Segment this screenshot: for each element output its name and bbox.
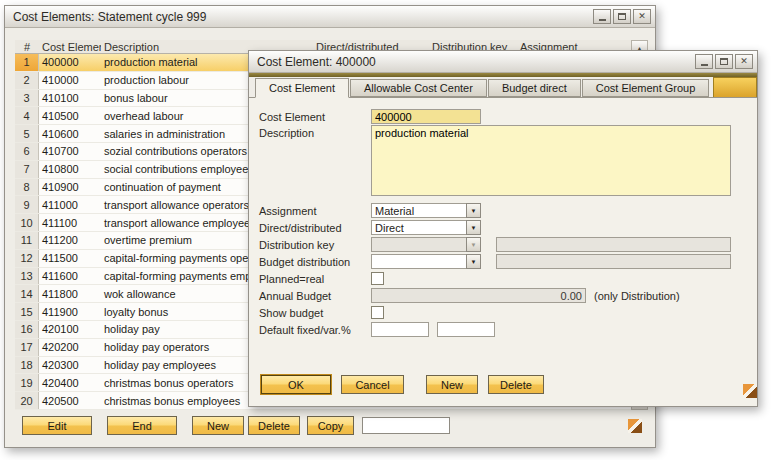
tabstrip-gold-filler xyxy=(713,77,757,97)
delete-button[interactable]: Delete xyxy=(248,416,300,435)
dialog-buttons: OK Cancel New Delete xyxy=(261,375,544,394)
row-code: 410900 xyxy=(39,179,101,196)
direct-distributed-dropdown[interactable]: Direct ▼ xyxy=(371,220,481,235)
row-number: 2 xyxy=(15,72,39,89)
row-number: 6 xyxy=(15,143,39,160)
close-icon: ✕ xyxy=(638,12,646,21)
tab-allowable-cost-center[interactable]: Allowable Cost Center xyxy=(350,79,487,97)
dialog-form: Cost Element Description production mate… xyxy=(249,98,757,406)
chevron-down-icon: ▼ xyxy=(466,254,481,269)
description-label: Description xyxy=(259,127,371,139)
dialog-new-button[interactable]: New xyxy=(426,375,478,394)
cost-element-field[interactable] xyxy=(371,109,481,124)
row-code: 420400 xyxy=(39,374,101,391)
row-number: 9 xyxy=(15,196,39,213)
budget-distribution-name-field xyxy=(496,254,731,269)
row-code: 410600 xyxy=(39,125,101,142)
resize-corner-icon[interactable] xyxy=(628,419,642,433)
chevron-down-icon: ▼ xyxy=(466,203,481,218)
footer-text-input[interactable] xyxy=(362,417,450,434)
minimize-icon xyxy=(701,64,708,66)
minimize-icon xyxy=(599,19,606,21)
row-number: 4 xyxy=(15,107,39,124)
ok-button[interactable]: OK xyxy=(261,375,331,394)
cost-element-label: Cost Element xyxy=(259,111,371,123)
planned-real-checkbox[interactable] xyxy=(371,272,384,285)
annual-budget-note: (only Distribution) xyxy=(594,290,680,302)
row-number: 20 xyxy=(15,392,39,409)
cancel-button[interactable]: Cancel xyxy=(341,375,404,394)
row-code: 420100 xyxy=(39,321,101,338)
row-code: 411800 xyxy=(39,285,101,302)
row-number: 15 xyxy=(15,303,39,320)
direct-distributed-value: Direct xyxy=(371,220,466,235)
default-fixed-field[interactable] xyxy=(371,322,429,337)
edit-button[interactable]: Edit xyxy=(22,416,92,435)
copy-button[interactable]: Copy xyxy=(307,416,354,435)
distribution-key-label: Distribution key xyxy=(259,239,371,251)
main-window-title: Cost Elements: Statement cycle 999 xyxy=(13,10,591,24)
row-number: 7 xyxy=(15,161,39,178)
new-button[interactable]: New xyxy=(192,416,244,435)
distribution-key-value xyxy=(371,237,466,252)
description-field[interactable]: production material xyxy=(371,125,731,196)
maximize-button[interactable] xyxy=(613,9,631,24)
row-number: 16 xyxy=(15,321,39,338)
dialog-title: Cost Element: 400000 xyxy=(257,55,693,69)
assignment-dropdown[interactable]: Material ▼ xyxy=(371,203,481,218)
assignment-label: Assignment xyxy=(259,205,371,217)
row-code: 410700 xyxy=(39,143,101,160)
dialog-minimize-button[interactable] xyxy=(695,54,713,69)
row-number: 19 xyxy=(15,374,39,391)
row-code: 411600 xyxy=(39,268,101,285)
main-window-titlebar[interactable]: Cost Elements: Statement cycle 999 ✕ xyxy=(5,6,655,28)
maximize-icon xyxy=(720,58,728,65)
row-number: 1 xyxy=(15,54,39,71)
maximize-icon xyxy=(618,13,626,20)
direct-distributed-label: Direct/distributed xyxy=(259,222,371,234)
row-code: 411000 xyxy=(39,196,101,213)
minimize-button[interactable] xyxy=(593,9,611,24)
close-icon: ✕ xyxy=(740,57,748,66)
default-var-field[interactable] xyxy=(437,322,495,337)
distribution-key-dropdown: ▼ xyxy=(371,237,481,252)
budget-distribution-value xyxy=(371,254,466,269)
dialog-close-button[interactable]: ✕ xyxy=(735,54,753,69)
column-header-number[interactable]: # xyxy=(15,40,39,53)
row-code: 411500 xyxy=(39,250,101,267)
dialog-tabstrip: Cost Element Allowable Cost Center Budge… xyxy=(249,77,757,98)
row-number: 11 xyxy=(15,232,39,249)
close-button[interactable]: ✕ xyxy=(633,9,651,24)
row-code: 400000 xyxy=(39,54,101,71)
annual-budget-label: Annual Budget xyxy=(259,290,371,302)
tab-cost-element[interactable]: Cost Element xyxy=(255,78,349,98)
main-window-footer: Edit End New Delete Copy xyxy=(22,416,450,435)
row-number: 3 xyxy=(15,90,39,107)
row-code: 411100 xyxy=(39,214,101,231)
show-budget-checkbox[interactable] xyxy=(371,306,384,319)
tab-budget-direct[interactable]: Budget direct xyxy=(488,79,581,97)
dialog-delete-button[interactable]: Delete xyxy=(488,375,544,394)
assignment-value: Material xyxy=(371,203,466,218)
row-number: 5 xyxy=(15,125,39,142)
budget-distribution-dropdown[interactable]: ▼ xyxy=(371,254,481,269)
dialog-titlebar[interactable]: Cost Element: 400000 ✕ xyxy=(249,51,757,73)
row-code: 410800 xyxy=(39,161,101,178)
row-code: 410100 xyxy=(39,90,101,107)
row-code: 410000 xyxy=(39,72,101,89)
column-header-cost-element[interactable]: Cost Elemen xyxy=(39,40,101,53)
row-code: 411200 xyxy=(39,232,101,249)
dialog-maximize-button[interactable] xyxy=(715,54,733,69)
row-number: 13 xyxy=(15,268,39,285)
tab-cost-element-group[interactable]: Cost Element Group xyxy=(582,79,710,97)
end-button[interactable]: End xyxy=(107,416,177,435)
resize-corner-icon[interactable] xyxy=(743,384,757,398)
row-code: 420500 xyxy=(39,392,101,409)
row-number: 17 xyxy=(15,339,39,356)
row-number: 10 xyxy=(15,214,39,231)
row-code: 411900 xyxy=(39,303,101,320)
chevron-down-icon: ▼ xyxy=(466,237,481,252)
annual-budget-field: 0.00 xyxy=(371,288,586,303)
cost-element-dialog: Cost Element: 400000 ✕ Cost Element Allo… xyxy=(248,50,758,407)
row-number: 18 xyxy=(15,357,39,374)
